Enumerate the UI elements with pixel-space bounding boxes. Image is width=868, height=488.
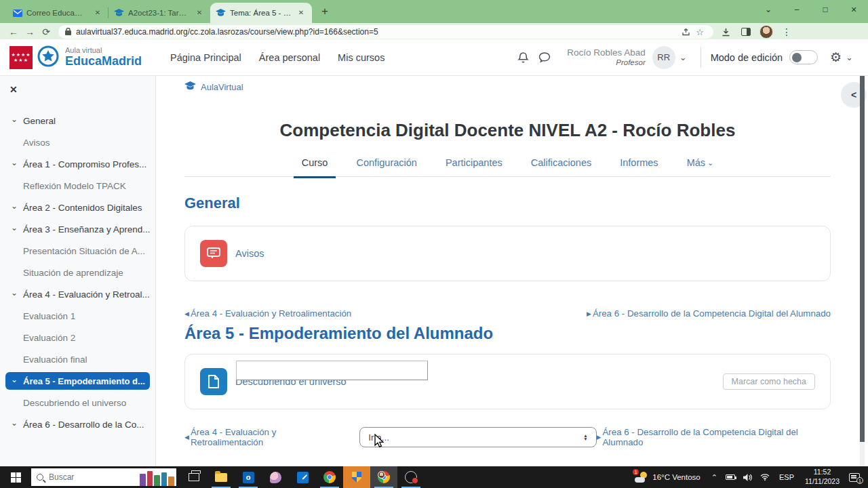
sidebar-item-descubriendo[interactable]: Descubriendo el universo <box>0 392 155 413</box>
paint3d-icon[interactable] <box>262 466 289 488</box>
wifi-icon[interactable] <box>760 474 770 481</box>
breadcrumb-link[interactable]: AulaVirtual <box>201 82 243 92</box>
chevron-down-icon[interactable]: ⌄ <box>11 418 23 428</box>
breadcrumb[interactable]: AulaVirtual <box>184 81 831 93</box>
tab-close-icon[interactable]: ✕ <box>296 7 307 18</box>
user-role: Profesor <box>567 58 646 67</box>
tab-curso[interactable]: Curso <box>302 157 328 168</box>
window-minimize-button[interactable]: – <box>783 0 811 20</box>
browser-menu-icon[interactable]: ⋮ <box>780 25 793 39</box>
taskbar-clock[interactable]: 11:52 11/11/2023 <box>805 468 840 486</box>
sidebar-item-area1[interactable]: ⌄ Área 1 - Compromiso Profes... <box>0 153 155 175</box>
url-input[interactable] <box>76 27 679 37</box>
sidebar-item-evaluacion1[interactable]: Evaluación 1 <box>0 305 155 327</box>
chrome-icon[interactable] <box>316 466 343 488</box>
sidebar-item-area5-active[interactable]: ⌄ Área 5 - Empoderamiento d... <box>5 372 150 390</box>
sidebar-item-area4[interactable]: ⌄ Área 4 - Evaluación y Retroal... <box>0 283 155 305</box>
chevron-down-icon[interactable]: ⌄ <box>11 375 23 384</box>
bookmark-star-icon[interactable]: ☆ <box>693 26 707 38</box>
sidebar-item-area6[interactable]: ⌄ Área 6 - Desarrollo de la Co... <box>0 413 155 435</box>
sidebar-close-icon[interactable]: ✕ <box>9 84 18 95</box>
sidebar-item-reflexion-tpack[interactable]: Reflexión Modelo TPACK <box>0 175 155 197</box>
nav-mis-cursos[interactable]: Mis cursos <box>338 52 384 63</box>
prev-section-link[interactable]: ◀ Área 4 - Evaluación y Retroalimentació… <box>184 308 351 319</box>
nav-pagina-principal[interactable]: Página Principal <box>170 52 241 63</box>
tab-close-icon[interactable]: ✕ <box>92 7 103 18</box>
next-section-link[interactable]: ▶ Área 6 - Desarrollo de la Competencia … <box>587 308 831 319</box>
jump-to-select[interactable]: Ir a... ▲ ▼ <box>359 427 596 447</box>
clock-date: 11/11/2023 <box>805 477 840 487</box>
graduation-cap-icon <box>114 8 124 18</box>
outlook-icon[interactable]: o <box>235 466 262 488</box>
scrollbar-thumb[interactable] <box>860 76 865 442</box>
file-explorer-icon[interactable] <box>208 466 235 488</box>
chevron-down-icon[interactable]: ⌄ <box>11 115 23 124</box>
tab-mas[interactable]: Más⌄ <box>687 157 714 168</box>
reload-button[interactable]: ⟳ <box>38 24 54 39</box>
taskbar-search[interactable] <box>31 468 176 486</box>
start-button[interactable] <box>0 466 31 488</box>
chevron-down-icon[interactable]: ⌄ <box>11 288 23 298</box>
download-icon[interactable] <box>719 25 732 39</box>
weather-widget[interactable]: 1 16°C Ventoso <box>635 472 700 483</box>
sidebar-item-evaluacion-final[interactable]: Evaluación final <box>0 348 155 370</box>
avisos-link[interactable]: Avisos <box>235 248 264 259</box>
gear-menu-chevron-icon[interactable]: ⌄ <box>846 52 853 62</box>
sidebar-item-situacion[interactable]: Situación de aprendizaje <box>0 262 155 283</box>
tab-calificaciones[interactable]: Calificaciones <box>531 157 591 168</box>
obs-icon[interactable] <box>397 466 425 488</box>
snipping-tool-icon[interactable] <box>289 466 316 488</box>
user-avatar[interactable]: RR <box>652 46 675 69</box>
task-view-icon[interactable] <box>180 466 208 488</box>
chrome-profile-icon[interactable] <box>370 466 397 488</box>
sidebar-item-area3[interactable]: ⌄ Área 3 - Enseñanza y Aprend... <box>0 218 155 240</box>
browser-profile-avatar[interactable] <box>760 25 773 39</box>
tab-participantes[interactable]: Participantes <box>446 157 502 168</box>
next-section-link[interactable]: ▶ Área 6 - Desarrollo de la Competencia … <box>597 427 831 447</box>
speaker-icon[interactable] <box>743 474 752 481</box>
chevron-down-icon[interactable]: ⌄ <box>11 223 23 232</box>
forward-button[interactable]: → <box>22 24 38 39</box>
action-center-icon[interactable]: 1 <box>849 473 860 482</box>
language-indicator[interactable]: ESP <box>779 473 794 481</box>
user-menu-chevron-icon[interactable]: ⌄ <box>679 52 687 62</box>
chevron-down-icon[interactable]: ⌄ <box>11 201 23 211</box>
sidebar-item-general[interactable]: ⌄ General <box>0 110 155 131</box>
tab-configuracion[interactable]: Configuración <box>356 157 416 168</box>
tray-expand-chevron-icon[interactable]: ⌃ <box>711 473 717 482</box>
window-close-button[interactable]: ✕ <box>840 0 868 20</box>
tab-informes[interactable]: Informes <box>620 157 658 168</box>
course-index-sidebar: ✕ ⌄ General Avisos ⌄ Área 1 - Compromiso… <box>0 76 156 466</box>
user-info: Rocío Robles Abad Profesor <box>567 47 646 67</box>
chevron-down-icon[interactable]: ⌄ <box>11 158 23 167</box>
page-scrollbar[interactable] <box>860 76 865 466</box>
windows-logo-icon <box>11 472 21 483</box>
side-panel-icon[interactable] <box>739 25 753 39</box>
new-tab-button[interactable]: + <box>316 3 334 21</box>
messages-icon[interactable] <box>536 49 553 66</box>
tab-close-icon[interactable]: ✕ <box>194 7 205 18</box>
tab-search-chevron-icon[interactable]: ⌄ <box>754 0 783 20</box>
site-brand[interactable]: Aula virtual EducaMadrid <box>65 47 142 67</box>
mark-as-done-button[interactable]: Marcar como hecha <box>723 373 815 390</box>
share-icon[interactable] <box>679 26 693 38</box>
sidebar-item-presentacion[interactable]: Presentación Situación de A... <box>0 240 155 262</box>
address-bar[interactable]: ☆ <box>58 25 713 39</box>
browser-tab-task[interactable]: A2oct23-1: Tarea práctica 6 - N ✕ <box>108 3 210 23</box>
window-maximize-button[interactable]: □ <box>811 0 840 20</box>
notifications-bell-icon[interactable] <box>514 49 532 66</box>
sidebar-item-avisos[interactable]: Avisos <box>0 131 155 153</box>
edit-mode-toggle[interactable] <box>789 50 818 64</box>
browser-tab-current[interactable]: Tema: Área 5 - Empoderamiento ✕ <box>210 3 312 23</box>
nav-area-personal[interactable]: Área personal <box>259 52 320 63</box>
primary-nav: Página Principal Área personal Mis curso… <box>170 52 384 63</box>
gear-icon[interactable]: ⚙ <box>830 49 842 65</box>
uac-shield-icon[interactable] <box>343 466 370 488</box>
battery-icon[interactable] <box>726 474 735 480</box>
sidebar-item-evaluacion2[interactable]: Evaluación 2 <box>0 327 155 348</box>
search-icon <box>37 474 43 481</box>
prev-section-link[interactable]: ◀ Área 4 - Evaluación y Retroalimentació… <box>184 427 344 447</box>
browser-tab-mail[interactable]: Correo EducaMadrid :: Boletín E ✕ <box>7 3 108 23</box>
back-button[interactable]: ← <box>5 24 22 39</box>
sidebar-item-area2[interactable]: ⌄ Área 2 - Contenidos Digitales <box>0 197 155 218</box>
